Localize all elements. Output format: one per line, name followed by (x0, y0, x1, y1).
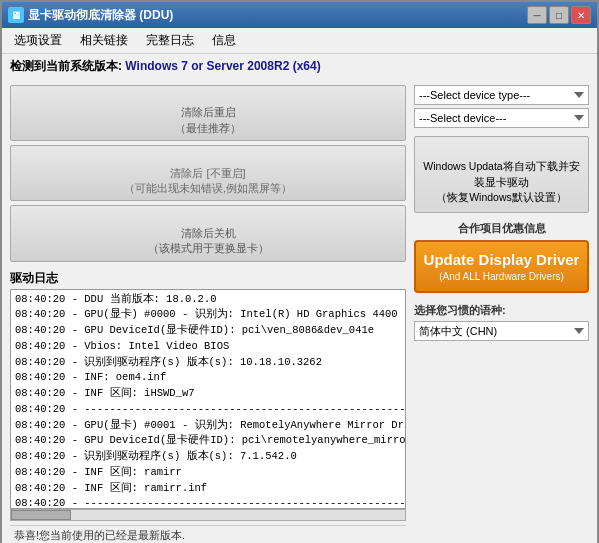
system-info-bar: 检测到当前系统版本: Windows 7 or Server 2008R2 (x… (2, 54, 597, 79)
close-button[interactable]: ✕ (571, 6, 591, 24)
log-line: 08:40:20 - GPU(显卡) #0001 - 识别为: Remotely… (15, 418, 401, 434)
language-label: 选择您习惯的语种: (414, 303, 589, 318)
partner-label: 合作项目优惠信息 (414, 221, 589, 236)
menu-options[interactable]: 选项设置 (6, 30, 70, 51)
right-panel: ---Select device type---GPUAudioCPU ---S… (414, 85, 589, 543)
update-driver-sub: (And ALL Hardware Drivers) (420, 270, 583, 283)
main-window: 🖥 显卡驱动彻底清除器 (DDU) ─ □ ✕ 选项设置 相关链接 完整日志 信… (0, 0, 599, 543)
menu-log[interactable]: 完整日志 (138, 30, 202, 51)
left-panel: 清除后重启 （最佳推荐） 清除后 [不重启] （可能出现未知错误,例如黑屏等） … (10, 85, 406, 543)
log-line: 08:40:20 - INF 区间: iHSWD_w7 (15, 386, 401, 402)
log-line: 08:40:20 - INF 区间: ramirr.inf (15, 481, 401, 497)
language-select[interactable]: 简体中文 (CHN)English繁體中文日本語 (414, 321, 589, 341)
title-controls: ─ □ ✕ (527, 6, 591, 24)
log-line: 08:40:20 - -----------------------------… (15, 496, 401, 508)
log-line: 08:40:20 - GPU DeviceId(显卡硬件ID): pci\rem… (15, 433, 401, 449)
status-bar: 恭喜!您当前使用的已经是最新版本. (10, 525, 406, 543)
clean-norestart-button[interactable]: 清除后 [不重启] （可能出现未知错误,例如黑屏等） (10, 145, 406, 201)
log-line: 08:40:20 - Vbios: Intel Video BIOS (15, 339, 401, 355)
app-icon: 🖥 (8, 7, 24, 23)
minimize-button[interactable]: ─ (527, 6, 547, 24)
windows-update-button[interactable]: Windows Updata将自动下载并安装显卡驱动 （恢复Windows默认设… (414, 136, 589, 213)
window-title: 显卡驱动彻底清除器 (DDU) (28, 7, 173, 24)
system-info-value: Windows 7 or Server 2008R2 (x64) (125, 59, 320, 73)
device-select[interactable]: ---Select device--- (414, 108, 589, 128)
system-info-label: 检测到当前系统版本: (10, 59, 125, 73)
status-text: 恭喜!您当前使用的已经是最新版本. (14, 529, 185, 541)
horizontal-scrollbar[interactable] (10, 509, 406, 521)
log-line: 08:40:20 - -----------------------------… (15, 402, 401, 418)
main-content: 清除后重启 （最佳推荐） 清除后 [不重启] （可能出现未知错误,例如黑屏等） … (2, 79, 597, 543)
title-bar: 🖥 显卡驱动彻底清除器 (DDU) ─ □ ✕ (2, 2, 597, 28)
device-type-select[interactable]: ---Select device type---GPUAudioCPU (414, 85, 589, 105)
log-label: 驱动日志 (10, 270, 406, 287)
clean-shutdown-button[interactable]: 清除后关机 （该模式用于更换显卡） (10, 205, 406, 261)
title-bar-left: 🖥 显卡驱动彻底清除器 (DDU) (8, 7, 173, 24)
log-line: 08:40:20 - 识别到驱动程序(s) 版本(s): 10.18.10.32… (15, 355, 401, 371)
action-buttons: 清除后重启 （最佳推荐） 清除后 [不重启] （可能出现未知错误,例如黑屏等） … (10, 85, 406, 262)
menu-info[interactable]: 信息 (204, 30, 244, 51)
log-line: 08:40:20 - 识别到驱动程序(s) 版本(s): 7.1.542.0 (15, 449, 401, 465)
clean-restart-button[interactable]: 清除后重启 （最佳推荐） (10, 85, 406, 141)
update-driver-button[interactable]: Update Display Driver (And ALL Hardware … (414, 240, 589, 293)
menu-links[interactable]: 相关链接 (72, 30, 136, 51)
log-section: 驱动日志 08:40:20 - DDU 当前版本: 18.0.2.008:40:… (10, 270, 406, 521)
menu-bar: 选项设置 相关链接 完整日志 信息 (2, 28, 597, 54)
log-line: 08:40:20 - DDU 当前版本: 18.0.2.0 (15, 292, 401, 308)
scroll-thumb[interactable] (11, 510, 71, 520)
update-driver-label: Update Display Driver (420, 250, 583, 270)
log-line: 08:40:20 - GPU(显卡) #0000 - 识别为: Intel(R)… (15, 307, 401, 323)
log-line: 08:40:20 - INF 区间: ramirr (15, 465, 401, 481)
log-line: 08:40:20 - INF: oem4.inf (15, 370, 401, 386)
maximize-button[interactable]: □ (549, 6, 569, 24)
log-area[interactable]: 08:40:20 - DDU 当前版本: 18.0.2.008:40:20 - … (10, 289, 406, 509)
log-line: 08:40:20 - GPU DeviceId(显卡硬件ID): pci\ven… (15, 323, 401, 339)
device-selects: ---Select device type---GPUAudioCPU ---S… (414, 85, 589, 128)
